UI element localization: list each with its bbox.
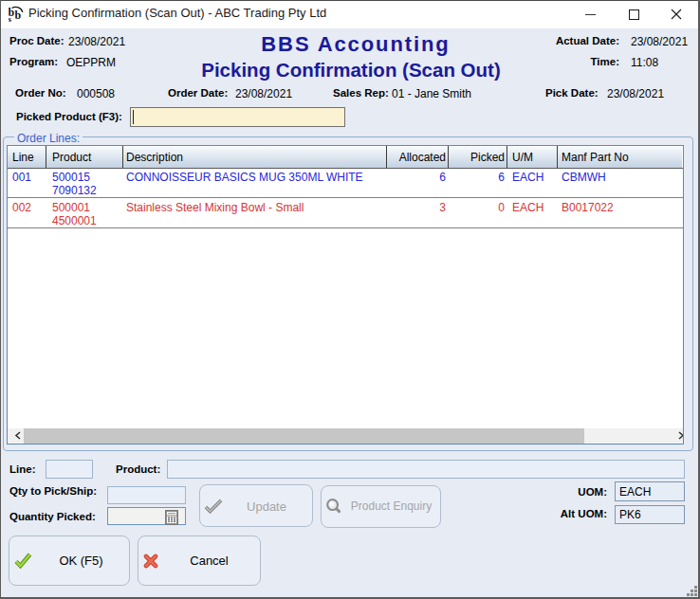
svg-text:b: b [15,9,22,22]
svg-text:s: s [9,14,12,23]
